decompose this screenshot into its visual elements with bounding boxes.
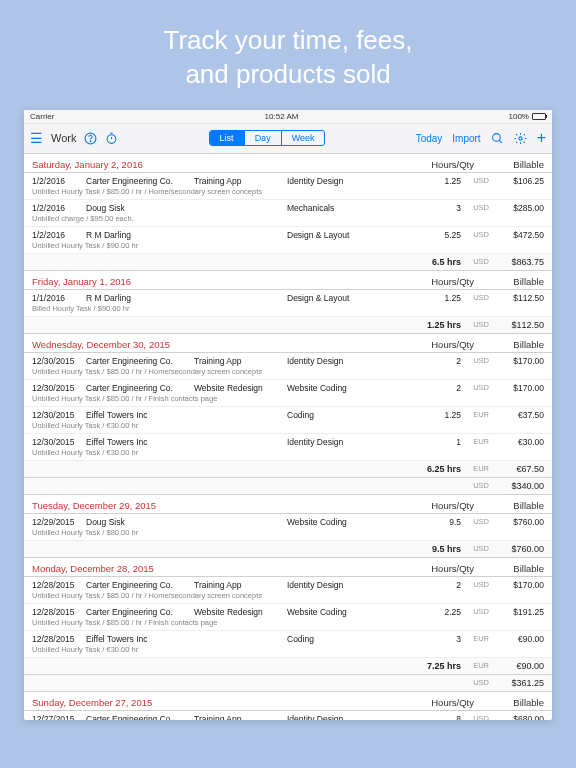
entry-row[interactable]: 12/28/2015Carter Engineering Co.Training…: [24, 577, 552, 604]
carrier-label: Carrier: [30, 112, 54, 121]
section-subtotal: 1.25 hrsUSD$112.50: [24, 317, 552, 334]
entries-list[interactable]: Saturday, January 2, 2016Hours/QtyBillab…: [24, 154, 552, 720]
section-header: Friday, January 1, 2016Hours/QtyBillable: [24, 271, 552, 290]
section-subtotal: USD$361.25: [24, 675, 552, 692]
battery-pct: 100%: [509, 112, 529, 121]
today-button[interactable]: Today: [416, 133, 443, 144]
seg-day[interactable]: Day: [245, 131, 282, 145]
page-title: Work: [51, 132, 76, 144]
toolbar: ☰ Work List Day Week Today Import +: [24, 124, 552, 154]
search-icon[interactable]: [491, 132, 504, 145]
section-header: Tuesday, December 29, 2015Hours/QtyBilla…: [24, 495, 552, 514]
entry-row[interactable]: 12/28/2015Carter Engineering Co.Website …: [24, 604, 552, 631]
help-icon[interactable]: [84, 132, 97, 145]
add-icon[interactable]: +: [537, 129, 546, 147]
status-bar: Carrier 10:52 AM 100%: [24, 110, 552, 124]
seg-list[interactable]: List: [210, 131, 245, 145]
timer-icon[interactable]: [105, 132, 118, 145]
seg-week[interactable]: Week: [282, 131, 325, 145]
entry-row[interactable]: 12/27/2015Carter Engineering Co.Training…: [24, 711, 552, 720]
section-header: Wednesday, December 30, 2015Hours/QtyBil…: [24, 334, 552, 353]
svg-point-1: [91, 140, 92, 141]
section-subtotal: 6.5 hrsUSD$863.75: [24, 254, 552, 271]
section-header: Saturday, January 2, 2016Hours/QtyBillab…: [24, 154, 552, 173]
entry-row[interactable]: 12/30/2015Eiffel Towers IncIdentity Desi…: [24, 434, 552, 461]
entry-row[interactable]: 12/30/2015Carter Engineering Co.Training…: [24, 353, 552, 380]
view-segmented-control[interactable]: List Day Week: [209, 130, 326, 146]
gear-icon[interactable]: [514, 132, 527, 145]
clock-label: 10:52 AM: [265, 112, 299, 121]
section-subtotal: 7.25 hrsEUR€90.00: [24, 658, 552, 675]
entry-row[interactable]: 12/28/2015Eiffel Towers IncCodingUnbille…: [24, 631, 552, 658]
entry-row[interactable]: 1/2/2016R M DarlingDesign & LayoutUnbill…: [24, 227, 552, 254]
svg-point-3: [492, 133, 500, 141]
promo-text: Track your time, fees, and products sold: [0, 0, 576, 110]
section-subtotal: USD$340.00: [24, 478, 552, 495]
device-frame: Carrier 10:52 AM 100% ☰ Work List Day We…: [24, 110, 552, 720]
menu-icon[interactable]: ☰: [30, 130, 43, 146]
section-header: Sunday, December 27, 2015Hours/QtyBillab…: [24, 692, 552, 711]
section-subtotal: 6.25 hrsEUR€67.50: [24, 461, 552, 478]
entry-row[interactable]: 12/30/2015Carter Engineering Co.Website …: [24, 380, 552, 407]
section-subtotal: 9.5 hrsUSD$760.00: [24, 541, 552, 558]
entry-row[interactable]: 12/30/2015Eiffel Towers IncCodingUnbille…: [24, 407, 552, 434]
entry-row[interactable]: 1/2/2016Carter Engineering Co.Training A…: [24, 173, 552, 200]
section-header: Monday, December 28, 2015Hours/QtyBillab…: [24, 558, 552, 577]
entry-row[interactable]: 12/29/2015Doug SiskWebsite CodingUnbille…: [24, 514, 552, 541]
entry-row[interactable]: 1/1/2016R M DarlingDesign & LayoutBilled…: [24, 290, 552, 317]
import-button[interactable]: Import: [452, 133, 480, 144]
svg-point-4: [519, 136, 522, 139]
entry-row[interactable]: 1/2/2016Doug SiskMechanicalsUnbilled cha…: [24, 200, 552, 227]
battery-icon: [532, 113, 546, 120]
